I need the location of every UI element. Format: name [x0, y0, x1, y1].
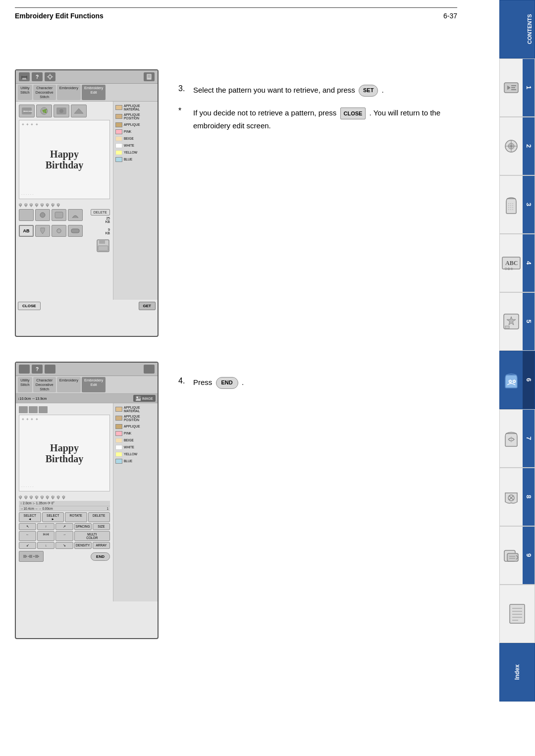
btn-down[interactable]: ↓	[37, 542, 54, 549]
screen1-get-btn[interactable]: GET	[139, 302, 156, 310]
color-swatch-blue	[115, 157, 122, 162]
btn-size[interactable]: SIZE	[93, 523, 110, 530]
btn-center-h[interactable]: H◦H	[37, 531, 54, 541]
color-swatch-pink	[115, 129, 122, 134]
sidebar-tab-contents[interactable]: CONTENTS	[499, 0, 535, 58]
sidebar-tab-index[interactable]: Index	[499, 643, 535, 702]
btn-density[interactable]: DENSITY	[74, 542, 92, 549]
s2-color-swatch-yellow	[115, 452, 122, 457]
screen1-tab-edit[interactable]: EmbroideryEdit	[82, 85, 106, 100]
btn-up[interactable]: ↑	[37, 523, 54, 530]
btn-array[interactable]: ARRAY	[93, 542, 110, 549]
thumb-3[interactable]	[52, 209, 66, 221]
svg-rect-3	[511, 89, 516, 90]
svg-text:⚙✿❀: ⚙✿❀	[504, 267, 513, 270]
screen2-document-icon	[144, 365, 155, 374]
svg-rect-36	[147, 74, 152, 80]
btn-rotate[interactable]: ROTATE	[65, 512, 87, 522]
sidebar-tab-3[interactable]: 3	[499, 175, 535, 234]
svg-point-35	[49, 75, 52, 78]
pattern-icon-3[interactable]	[54, 105, 69, 117]
btn-downleft[interactable]: ↙	[19, 542, 36, 549]
close-button-inline[interactable]: CLOSE	[340, 108, 366, 120]
screen2-bottom-row: END	[19, 551, 110, 562]
sidebar-tab-8[interactable]: 8	[499, 468, 535, 526]
btn-upleft[interactable]: ↖	[19, 523, 36, 530]
printer-icon	[19, 72, 30, 81]
thumb-4[interactable]	[68, 209, 83, 221]
screen1-disk-area	[19, 239, 110, 253]
instructions-step4: 4. Press END .	[178, 377, 455, 389]
sidebar-tab-notes[interactable]	[499, 585, 535, 643]
screen1-tab-character[interactable]: CharacterDecorativeStitch	[33, 85, 56, 100]
sidebar-tab-4[interactable]: ABC ⚙✿❀ 4	[499, 234, 535, 292]
screen2-params2-text: ↔10.4cm ↔→ 0.00cm	[20, 507, 53, 510]
question-icon: ?	[32, 72, 43, 81]
note-text-block: If you decide not to retrieve a pattern,…	[193, 107, 455, 132]
svg-point-45	[59, 109, 63, 113]
s2-color-applique-material: APPLIQUEMATERIAL	[113, 405, 158, 413]
svg-rect-1	[511, 85, 516, 86]
pattern-icon-1[interactable]: ⟵⟶	[19, 105, 35, 117]
svg-rect-2	[511, 87, 515, 88]
color-applique-position: APPLIQUEPOSITION	[113, 112, 158, 120]
sidebar-tab-6-number: 6	[523, 351, 535, 409]
screen2-tab-utility[interactable]: UtilityStitch	[18, 377, 32, 392]
btn-right[interactable]: →	[55, 531, 73, 541]
note-text: If you decide not to retrieve a pattern,…	[193, 108, 336, 117]
svg-text:🌿: 🌿	[42, 108, 47, 113]
s2-color-beige: BEIGE	[113, 437, 158, 443]
screen2-end-btn[interactable]: END	[91, 552, 110, 561]
tab3-icon	[502, 195, 520, 215]
screen2-controls-row3: ← H◦H → MULTICOLOR	[19, 531, 110, 541]
screen1-close-btn[interactable]: CLOSE	[18, 302, 41, 310]
btn-select-right[interactable]: SELECT►	[42, 512, 64, 522]
step3-end: .	[382, 86, 384, 94]
screen2-preview-birthday: Birthday	[46, 453, 84, 464]
thumb-2[interactable]	[35, 209, 50, 221]
screen1-mockup: ? UtilityStitch CharacterDecorativeStitc…	[15, 69, 159, 337]
color-swatch-applique-position	[115, 114, 122, 119]
end-button-inline[interactable]: END	[216, 377, 238, 389]
screen2-image-btn-wrap: IMAGE	[133, 395, 156, 402]
color-applique: APPLIQUE	[113, 122, 158, 128]
sidebar-tab-7-number: 7	[523, 410, 535, 467]
pattern-icon-4[interactable]	[71, 105, 87, 117]
sidebar-tab-2[interactable]: 2	[499, 117, 535, 175]
screen1-tab-embroidery[interactable]: Embroidery	[57, 85, 81, 100]
btn-upright[interactable]: ↗	[55, 523, 73, 530]
sidebar-tab-1[interactable]: 1	[499, 58, 535, 117]
screen2-params2: ↔10.4cm ↔→ 0.00cm 1	[19, 506, 110, 511]
btn-downright[interactable]: ↘	[55, 542, 73, 549]
sidebar-tab-6[interactable]: ✿✿ 6	[499, 351, 535, 409]
screen1-delete-btn[interactable]: DELETE	[91, 209, 110, 216]
sidebar-tab-9-number: 9	[523, 527, 535, 584]
btn-delete[interactable]: DELETE	[88, 512, 110, 522]
screen2-tab-character[interactable]: CharacterDecorativeStitch	[33, 377, 56, 392]
thumb-7[interactable]	[68, 225, 83, 237]
screen2-tab-edit[interactable]: EmbroideryEdit	[82, 377, 106, 392]
btn-select-left[interactable]: SELECT◄	[19, 512, 41, 522]
screen2-tab-embroidery[interactable]: Embroidery	[57, 377, 81, 392]
svg-rect-33	[22, 74, 26, 76]
thumb-6[interactable]	[52, 225, 66, 237]
btn-spacing[interactable]: SPACING	[74, 523, 92, 530]
thumb-ab[interactable]: AB	[19, 225, 34, 237]
set-button-inline[interactable]: SET	[359, 85, 378, 97]
sidebar-tab-7[interactable]: 7	[499, 409, 535, 468]
screen2-controls-row4: ↙ ↓ ↘ DENSITY ARRAY	[19, 542, 110, 549]
svg-rect-34	[22, 78, 26, 80]
screen1-tab-utility[interactable]: UtilityStitch	[18, 85, 32, 100]
sidebar-tab-5[interactable]: 5	[499, 292, 535, 351]
thumb-1[interactable]	[19, 209, 34, 221]
thumb-5[interactable]	[35, 225, 50, 237]
pattern-icon-2[interactable]: 🌿	[36, 105, 52, 117]
sidebar-tab-9[interactable]: 9	[499, 526, 535, 585]
s2-color-blue: BLUE	[113, 458, 158, 464]
screen2-image-btn[interactable]: IMAGE	[133, 395, 156, 402]
color-swatch-applique	[115, 122, 122, 127]
btn-multicolor[interactable]: MULTICOLOR	[74, 531, 110, 541]
color-blue: BLUE	[113, 157, 158, 162]
screen1-container: ? UtilityStitch CharacterDecorativeStitc…	[15, 69, 161, 337]
btn-left[interactable]: ←	[19, 531, 36, 541]
